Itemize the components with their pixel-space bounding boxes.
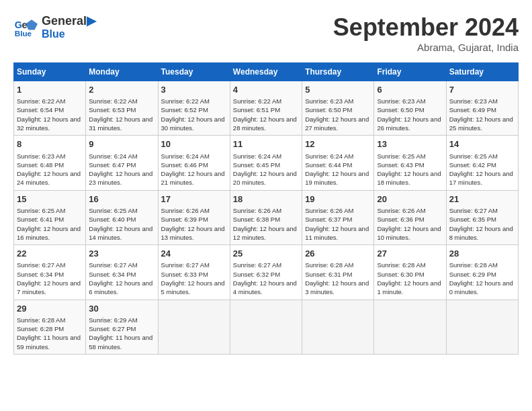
day-number: 30	[89, 303, 154, 315]
day-number: 14	[449, 138, 515, 150]
table-row: 22Sunrise: 6:27 AMSunset: 6:34 PMDayligh…	[14, 245, 519, 300]
header-row: Sunday Monday Tuesday Wednesday Thursday…	[14, 63, 519, 81]
table-cell: 14Sunrise: 6:25 AMSunset: 6:42 PMDayligh…	[446, 136, 518, 190]
table-row: 1Sunrise: 6:22 AMSunset: 6:54 PMDaylight…	[14, 81, 519, 136]
table-row: 15Sunrise: 6:25 AMSunset: 6:41 PMDayligh…	[14, 190, 519, 244]
day-number: 25	[233, 248, 299, 260]
table-cell: 20Sunrise: 6:26 AMSunset: 6:36 PMDayligh…	[374, 190, 446, 244]
table-cell: 2Sunrise: 6:22 AMSunset: 6:53 PMDaylight…	[86, 81, 158, 136]
day-number: 19	[305, 193, 371, 205]
day-number: 20	[377, 193, 443, 205]
col-sunday: Sunday	[14, 63, 86, 81]
svg-marker-2	[26, 19, 38, 30]
day-number: 13	[377, 138, 443, 150]
table-cell	[230, 300, 302, 354]
col-tuesday: Tuesday	[158, 63, 230, 81]
day-number: 28	[449, 248, 515, 260]
table-cell: 21Sunrise: 6:27 AMSunset: 6:35 PMDayligh…	[446, 190, 518, 244]
table-cell: 11Sunrise: 6:24 AMSunset: 6:45 PMDayligh…	[230, 136, 302, 190]
table-cell: 24Sunrise: 6:27 AMSunset: 6:33 PMDayligh…	[158, 245, 230, 300]
day-number: 21	[449, 193, 515, 205]
table-cell: 23Sunrise: 6:27 AMSunset: 6:34 PMDayligh…	[86, 245, 158, 300]
day-number: 9	[89, 138, 154, 150]
logo-icon: G e Blue	[13, 15, 38, 39]
day-number: 17	[161, 193, 227, 205]
table-cell: 7Sunrise: 6:23 AMSunset: 6:49 PMDaylight…	[446, 81, 518, 136]
title-block: September 2024 Abrama, Gujarat, India	[333, 13, 519, 53]
table-cell	[302, 300, 374, 354]
day-number: 7	[449, 84, 515, 96]
day-number: 1	[17, 84, 83, 96]
table-cell	[158, 300, 230, 354]
table-cell: 26Sunrise: 6:28 AMSunset: 6:31 PMDayligh…	[302, 245, 374, 300]
table-row: 29Sunrise: 6:28 AMSunset: 6:28 PMDayligh…	[14, 300, 519, 354]
table-cell: 15Sunrise: 6:25 AMSunset: 6:41 PMDayligh…	[14, 190, 86, 244]
day-number: 2	[89, 84, 154, 96]
col-thursday: Thursday	[302, 63, 374, 81]
col-wednesday: Wednesday	[230, 63, 302, 81]
day-number: 3	[161, 84, 227, 96]
header: G e Blue General▶ Blue September 2024 Ab…	[13, 13, 519, 53]
table-cell: 27Sunrise: 6:28 AMSunset: 6:30 PMDayligh…	[374, 245, 446, 300]
table-cell	[374, 300, 446, 354]
day-number: 4	[233, 84, 299, 96]
col-friday: Friday	[374, 63, 446, 81]
table-row: 8Sunrise: 6:23 AMSunset: 6:48 PMDaylight…	[14, 136, 519, 190]
calendar-page: G e Blue General▶ Blue September 2024 Ab…	[0, 0, 532, 411]
day-number: 15	[17, 193, 83, 205]
day-number: 16	[89, 193, 154, 205]
col-monday: Monday	[86, 63, 158, 81]
table-cell: 17Sunrise: 6:26 AMSunset: 6:39 PMDayligh…	[158, 190, 230, 244]
month-title: September 2024	[333, 13, 519, 42]
day-number: 23	[89, 248, 154, 260]
day-number: 22	[17, 248, 83, 260]
table-cell: 6Sunrise: 6:23 AMSunset: 6:50 PMDaylight…	[374, 81, 446, 136]
day-number: 26	[305, 248, 371, 260]
table-cell: 8Sunrise: 6:23 AMSunset: 6:48 PMDaylight…	[14, 136, 86, 190]
day-number: 27	[377, 248, 443, 260]
table-cell: 30Sunrise: 6:29 AMSunset: 6:27 PMDayligh…	[86, 300, 158, 354]
table-cell: 13Sunrise: 6:25 AMSunset: 6:43 PMDayligh…	[374, 136, 446, 190]
table-cell: 19Sunrise: 6:26 AMSunset: 6:37 PMDayligh…	[302, 190, 374, 244]
day-number: 18	[233, 193, 299, 205]
svg-text:Blue: Blue	[15, 29, 32, 38]
day-number: 6	[377, 84, 443, 96]
table-cell: 10Sunrise: 6:24 AMSunset: 6:46 PMDayligh…	[158, 136, 230, 190]
col-saturday: Saturday	[446, 63, 518, 81]
day-number: 24	[161, 248, 227, 260]
day-number: 12	[305, 138, 371, 150]
day-number: 29	[17, 303, 83, 315]
table-cell	[446, 300, 518, 354]
table-cell: 12Sunrise: 6:24 AMSunset: 6:44 PMDayligh…	[302, 136, 374, 190]
table-cell: 3Sunrise: 6:22 AMSunset: 6:52 PMDaylight…	[158, 81, 230, 136]
calendar-table: Sunday Monday Tuesday Wednesday Thursday…	[13, 62, 519, 355]
table-cell: 5Sunrise: 6:23 AMSunset: 6:50 PMDaylight…	[302, 81, 374, 136]
table-cell: 1Sunrise: 6:22 AMSunset: 6:54 PMDaylight…	[14, 81, 86, 136]
svg-text:G: G	[15, 19, 22, 30]
table-cell: 18Sunrise: 6:26 AMSunset: 6:38 PMDayligh…	[230, 190, 302, 244]
day-number: 5	[305, 84, 371, 96]
table-cell: 28Sunrise: 6:28 AMSunset: 6:29 PMDayligh…	[446, 245, 518, 300]
table-cell: 22Sunrise: 6:27 AMSunset: 6:34 PMDayligh…	[14, 245, 86, 300]
logo: G e Blue General▶ Blue	[13, 13, 96, 40]
day-number: 11	[233, 138, 299, 150]
table-cell: 25Sunrise: 6:27 AMSunset: 6:32 PMDayligh…	[230, 245, 302, 300]
day-number: 10	[161, 138, 227, 150]
table-cell: 4Sunrise: 6:22 AMSunset: 6:51 PMDaylight…	[230, 81, 302, 136]
day-number: 8	[17, 138, 83, 150]
location: Abrama, Gujarat, India	[333, 42, 519, 53]
table-cell: 16Sunrise: 6:25 AMSunset: 6:40 PMDayligh…	[86, 190, 158, 244]
table-cell: 9Sunrise: 6:24 AMSunset: 6:47 PMDaylight…	[86, 136, 158, 190]
logo-text: General▶ Blue	[42, 13, 96, 40]
table-cell: 29Sunrise: 6:28 AMSunset: 6:28 PMDayligh…	[14, 300, 86, 354]
